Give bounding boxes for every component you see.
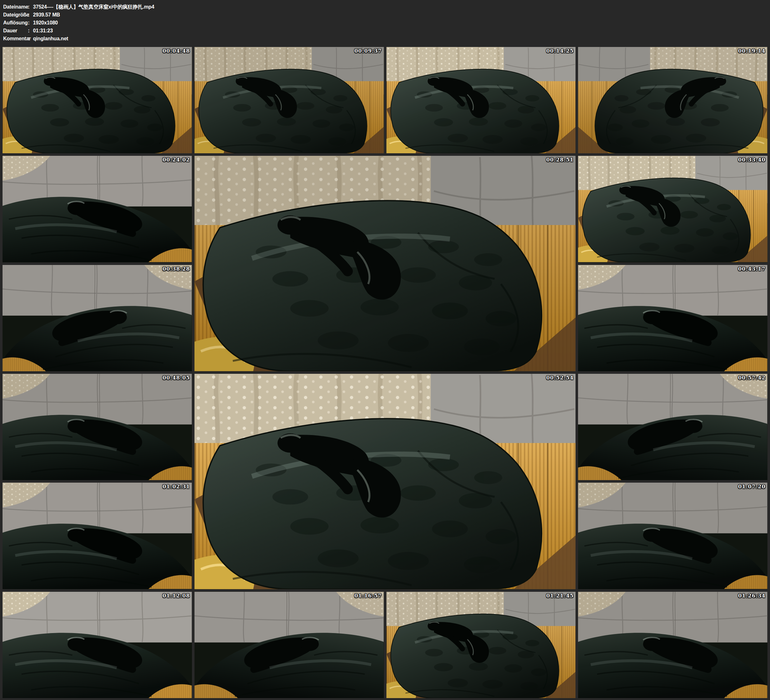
timestamp-overlay: 00:52:54	[546, 375, 574, 381]
video-frame-image	[578, 483, 767, 589]
video-thumbnail: 01:26:34	[578, 592, 767, 698]
resolution-value: 1920x1080	[33, 19, 58, 27]
timestamp-overlay: 01:02:31	[162, 484, 190, 489]
video-thumbnail: 00:38:28	[3, 265, 192, 371]
timestamp-overlay: 00:24:02	[162, 157, 190, 163]
video-thumbnail: 00:14:25	[387, 47, 576, 153]
meta-row-filesize: Dateigröße : 2939.57 MB	[3, 11, 770, 19]
video-frame-image	[578, 265, 767, 371]
timestamp-overlay: 00:09:37	[354, 48, 382, 54]
meta-row-comment: Kommentar : qinglanhua.net	[3, 35, 770, 42]
video-frame-image	[194, 374, 576, 589]
timestamp-overlay: 01:07:20	[738, 484, 765, 489]
meta-label: Dauer	[3, 27, 28, 35]
video-frame-image	[387, 47, 576, 153]
meta-label: Dateigröße	[3, 11, 28, 19]
video-frame-image	[194, 156, 576, 371]
timestamp-overlay: 00:14:25	[546, 48, 574, 54]
video-thumbnail: 00:52:54	[194, 374, 576, 589]
timestamp-overlay: 01:16:57	[354, 593, 382, 599]
video-frame-image	[194, 592, 384, 698]
metadata-header: Dateiname : 37524----【稳画人】气垫真空床窒xi中的疯狂挣扎…	[0, 0, 770, 47]
comment-value: qinglanhua.net	[33, 35, 68, 42]
timestamp-overlay: 00:48:05	[162, 375, 190, 381]
video-frame-image	[578, 47, 767, 153]
timestamp-overlay: 00:28:51	[546, 157, 574, 163]
contact-sheet: { "header": { "separator": ":", "rows": …	[0, 0, 770, 700]
timestamp-overlay: 00:38:28	[162, 266, 190, 272]
timestamp-overlay: 00:43:17	[738, 266, 765, 272]
timestamp-overlay: 01:21:45	[546, 593, 574, 599]
video-thumbnail: 00:04:48	[3, 47, 192, 153]
video-frame-image	[578, 592, 767, 698]
video-frame-image	[3, 483, 192, 589]
meta-label: Kommentar	[3, 35, 28, 42]
video-frame-image	[194, 47, 384, 153]
video-thumbnail: 01:02:31	[3, 483, 192, 589]
timestamp-overlay: 01:26:34	[738, 593, 765, 599]
timestamp-overlay: 00:19:14	[738, 48, 765, 54]
timestamp-overlay: 00:33:40	[738, 157, 765, 163]
video-thumbnail: 01:16:57	[194, 592, 384, 698]
meta-row-filename: Dateiname : 37524----【稳画人】气垫真空床窒xi中的疯狂挣扎…	[3, 3, 770, 11]
video-thumbnail: 00:57:42	[578, 374, 767, 480]
video-frame-image	[578, 374, 767, 480]
meta-row-resolution: Auflösung : 1920x1080	[3, 19, 770, 27]
meta-label: Auflösung	[3, 19, 28, 27]
video-thumbnail: 01:21:45	[387, 592, 576, 698]
meta-separator: :	[28, 19, 33, 27]
video-frame-image	[578, 156, 767, 262]
filesize-value: 2939.57 MB	[33, 11, 60, 19]
timestamp-overlay: 00:04:48	[162, 48, 190, 54]
video-frame-image	[3, 592, 192, 698]
video-thumbnail: 00:19:14	[578, 47, 767, 153]
video-thumbnail: 00:09:37	[194, 47, 384, 153]
meta-separator: :	[28, 35, 33, 42]
meta-label: Dateiname	[3, 3, 28, 11]
video-frame-image	[3, 265, 192, 371]
meta-separator: :	[28, 11, 33, 19]
video-frame-image	[3, 156, 192, 262]
video-thumbnail: 00:43:17	[578, 265, 767, 371]
video-thumbnail: 00:28:51	[194, 156, 576, 371]
meta-separator: :	[28, 3, 33, 11]
meta-separator: :	[28, 27, 33, 35]
thumbnail-grid: 00:04:48 00:09:37 00:14:25 00:19:14 00:2…	[3, 47, 767, 698]
video-thumbnail: 01:12:08	[3, 592, 192, 698]
meta-row-duration: Dauer : 01:31:23	[3, 27, 770, 35]
timestamp-overlay: 00:57:42	[738, 375, 765, 381]
video-thumbnail: 01:07:20	[578, 483, 767, 589]
video-frame-image	[3, 47, 192, 153]
duration-value: 01:31:23	[33, 27, 53, 35]
video-frame-image	[387, 592, 576, 698]
video-thumbnail: 00:48:05	[3, 374, 192, 480]
video-thumbnail: 00:33:40	[578, 156, 767, 262]
video-frame-image	[3, 374, 192, 480]
video-thumbnail: 00:24:02	[3, 156, 192, 262]
timestamp-overlay: 01:12:08	[162, 593, 190, 599]
filename-value: 37524----【稳画人】气垫真空床窒xi中的疯狂挣扎.mp4	[33, 3, 154, 11]
